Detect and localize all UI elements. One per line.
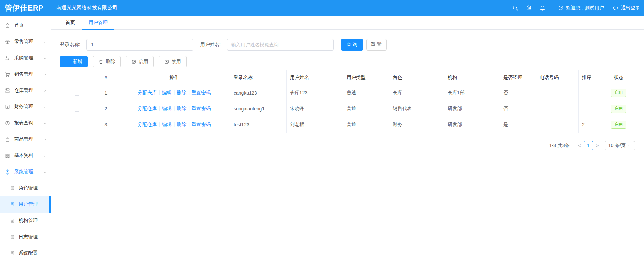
- sidebar-item-label: 财务管理: [14, 104, 33, 110]
- table-row: 1 分配仓库|编辑|删除|重置密码 cangku123 仓库123 普通 仓库 …: [60, 85, 635, 101]
- main-area: 首页 用户管理 登录名称: 用户姓名: 查 询 重 置 新增: [51, 16, 644, 262]
- content: 登录名称: 用户姓名: 查 询 重 置 新增 删除 启用: [51, 30, 644, 150]
- search-icon[interactable]: [508, 5, 522, 11]
- welcome-text: 欢迎您，测试用户: [566, 5, 604, 11]
- sidebar-item-home[interactable]: 首页: [0, 17, 51, 34]
- gift-icon: [5, 39, 11, 45]
- server-icon: [5, 88, 11, 94]
- cell-role: 仓库: [389, 85, 444, 101]
- sidebar-item-label: 系统配置: [19, 250, 38, 256]
- edit-link[interactable]: 编辑: [162, 90, 172, 95]
- sidebar-item-sales[interactable]: 销售管理: [0, 66, 51, 82]
- assign-warehouse-link[interactable]: 分配仓库: [138, 122, 157, 127]
- table-toolbar: 新增 删除 启用 禁用: [60, 56, 635, 67]
- sidebar-item-label: 首页: [14, 22, 24, 28]
- reset-password-link[interactable]: 重置密码: [192, 106, 211, 111]
- cell-phone: [536, 101, 579, 117]
- row-checkbox[interactable]: [75, 91, 79, 96]
- tab-home[interactable]: 首页: [59, 16, 82, 29]
- cell-name: 仓库123: [287, 85, 343, 101]
- cell-index: 2: [94, 101, 118, 117]
- cell-manager: 否: [500, 85, 536, 101]
- home-icon: [5, 23, 11, 28]
- link-separator: |: [174, 106, 175, 111]
- sidebar-item-org-mgmt[interactable]: 机构管理: [0, 213, 51, 229]
- chevron-down-icon: [43, 72, 47, 77]
- cell-type: 普通: [343, 117, 389, 133]
- sidebar-item-label: 日志管理: [19, 234, 38, 240]
- prev-page-button[interactable]: <: [575, 143, 584, 149]
- user-name-label: 用户姓名:: [200, 42, 221, 48]
- logout-button[interactable]: 退出登录: [613, 5, 640, 11]
- chevron-up-icon: [43, 169, 47, 175]
- reset-password-link[interactable]: 重置密码: [192, 90, 211, 95]
- row-checkbox[interactable]: [75, 123, 79, 127]
- page-size-select[interactable]: 10 条/页: [605, 141, 635, 150]
- col-org: 机构: [444, 70, 500, 85]
- assign-warehouse-link[interactable]: 分配仓库: [138, 106, 157, 111]
- pie-chart-icon: [5, 120, 11, 126]
- next-page-button[interactable]: >: [593, 143, 602, 149]
- sidebar-item-products[interactable]: 商品管理: [0, 131, 51, 147]
- sidebar-item-role-mgmt[interactable]: 角色管理: [0, 180, 51, 196]
- sidebar-item-label: 系统管理: [14, 169, 33, 175]
- sidebar-item-user-mgmt[interactable]: 用户管理: [0, 196, 51, 213]
- chevron-down-icon: [43, 137, 47, 142]
- status-badge: 启用: [611, 89, 626, 97]
- sidebar-item-system-config[interactable]: 系统配置: [0, 245, 51, 261]
- cell-manager: 否: [500, 101, 536, 117]
- edit-link[interactable]: 编辑: [162, 122, 172, 127]
- delete-link[interactable]: 删除: [177, 106, 186, 111]
- sidebar-item-warehouse[interactable]: 仓库管理: [0, 82, 51, 99]
- assign-warehouse-link[interactable]: 分配仓库: [138, 90, 157, 95]
- sidebar-item-label: 采购管理: [14, 55, 33, 61]
- users-table: # 操作 登录名称 用户姓名 用户类型 角色 机构 是否经理 电话号码 排序 状…: [60, 70, 635, 133]
- current-page-button[interactable]: 1: [584, 141, 593, 150]
- add-button[interactable]: 新增: [60, 56, 88, 67]
- swap-icon: [5, 55, 11, 61]
- sidebar-item-system[interactable]: 系统管理: [0, 164, 51, 180]
- bank-icon[interactable]: [522, 5, 535, 11]
- link-separator: |: [159, 90, 160, 95]
- tab-user-mgmt[interactable]: 用户管理: [82, 16, 114, 29]
- sidebar-item-reports[interactable]: 报表查询: [0, 115, 51, 131]
- bell-icon[interactable]: [535, 5, 549, 11]
- cell-actions: 分配仓库|编辑|删除|重置密码: [118, 101, 230, 117]
- col-login-name: 登录名称: [230, 70, 287, 85]
- sidebar-item-purchase[interactable]: 采购管理: [0, 50, 51, 66]
- cell-sort: 2: [579, 117, 602, 133]
- header-actions: 欢迎您，测试用户 退出登录: [508, 5, 644, 11]
- table-header-row: # 操作 登录名称 用户姓名 用户类型 角色 机构 是否经理 电话号码 排序 状…: [60, 70, 635, 85]
- enable-button[interactable]: 启用: [126, 56, 154, 67]
- sidebar-item-retail[interactable]: 零售管理: [0, 34, 51, 50]
- login-name-input[interactable]: [86, 39, 193, 51]
- sidebar-item-finance[interactable]: 财务管理: [0, 99, 51, 115]
- disable-button[interactable]: 禁用: [159, 56, 187, 67]
- user-name-input[interactable]: [227, 39, 334, 51]
- delete-link[interactable]: 删除: [177, 122, 186, 127]
- reset-password-link[interactable]: 重置密码: [192, 122, 211, 127]
- sidebar-item-log-mgmt[interactable]: 日志管理: [0, 229, 51, 245]
- reset-button[interactable]: 重 置: [366, 39, 387, 51]
- select-all-checkbox[interactable]: [75, 76, 79, 80]
- col-status: 状态: [602, 70, 635, 85]
- table-row: 2 分配仓库|编辑|删除|重置密码 songxiaofeng1 宋晓锋 普通 销…: [60, 101, 635, 117]
- user-menu[interactable]: 欢迎您，测试用户: [558, 5, 604, 11]
- delete-button[interactable]: 删除: [93, 56, 121, 67]
- search-form: 登录名称: 用户姓名: 查 询 重 置: [60, 39, 635, 51]
- query-button[interactable]: 查 询: [341, 39, 363, 51]
- delete-link[interactable]: 删除: [177, 90, 186, 95]
- sidebar-item-label: 基本资料: [14, 153, 33, 159]
- cell-role: 财务: [389, 117, 444, 133]
- link-separator: |: [188, 106, 190, 111]
- row-checkbox[interactable]: [75, 107, 79, 112]
- sidebar-item-basic-data[interactable]: 基本资料: [0, 147, 51, 164]
- bag-icon: [5, 137, 11, 142]
- cell-org: 仓库1部: [444, 85, 500, 101]
- chevron-down-icon: [627, 144, 631, 148]
- cell-login: cangku123: [230, 85, 287, 101]
- edit-link[interactable]: 编辑: [162, 106, 172, 111]
- pagination-total: 1-3 共3条: [549, 143, 570, 149]
- trash-icon: [98, 59, 103, 64]
- cell-phone: [536, 85, 579, 101]
